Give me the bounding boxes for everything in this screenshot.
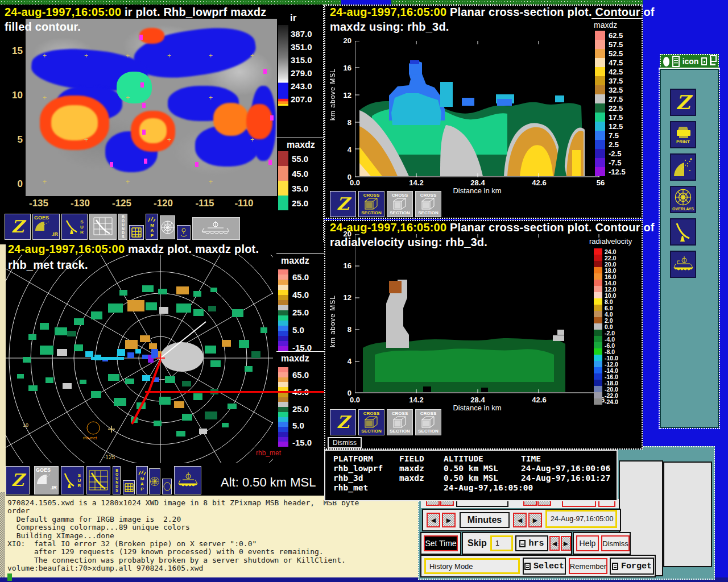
print-button[interactable]: PRINT (670, 121, 696, 148)
ship-button[interactable] (192, 217, 240, 240)
terminal-line: after 129 requests (129 known processed)… (7, 548, 417, 556)
grid-radar-icon (92, 215, 114, 238)
desktop: volume:beaufait:70>xview 970824.1605.xwd… (0, 0, 728, 582)
x-tick: 42.6 (519, 396, 559, 404)
surface-radar-button[interactable]: SUR (61, 466, 84, 494)
select-menu-button[interactable]: Select (523, 558, 566, 575)
overlays-web-icon (150, 476, 160, 487)
y-tick: 8 (348, 118, 351, 127)
surface-radar-button[interactable]: SUR (61, 214, 88, 240)
colorbar-block (278, 442, 288, 447)
overlays-button[interactable]: OVERLAYS (670, 186, 696, 213)
cross-section-button[interactable]: CROSS SECTION (415, 191, 441, 217)
icon-panel-titlebar[interactable]: icon (660, 54, 719, 69)
map-button[interactable]: MAP (136, 466, 148, 494)
zebra-button[interactable]: Z (330, 191, 356, 217)
cross-section-button[interactable]: CROSS SECTION (387, 191, 413, 217)
minutes-back-button[interactable] (427, 513, 440, 527)
zebra-icon: Z (11, 472, 24, 489)
radar-toolbar: Z GOES .IR SUR BOUNDS MAP (6, 466, 322, 496)
zebra-button[interactable]: Z (670, 89, 696, 116)
cross-section-maxdz-window: 24-aug-1997,16:05:00 Planar cross-sectio… (324, 5, 643, 219)
zebra-button[interactable]: Z (330, 409, 356, 435)
grid-button[interactable] (123, 480, 135, 494)
window-menu-button[interactable] (663, 57, 669, 66)
dismiss-button[interactable]: Dismiss (601, 535, 630, 551)
cross-section-plot[interactable] (355, 41, 599, 177)
ir-plot-window: 24-aug-1997,16:05:00 ir plot. Rhb_lowprf… (0, 5, 324, 244)
colorbar-entry: -22.0 (594, 392, 618, 398)
history-row: History Mode Select Remember Forget (420, 555, 656, 577)
goes-ir-button[interactable]: GOES .IR (34, 466, 59, 494)
overlays-button[interactable] (160, 215, 175, 239)
satellite-icon (673, 157, 693, 177)
colorbar-block (278, 432, 288, 437)
colorbar-block (278, 367, 288, 372)
radar-colorbar-2-ticks: 65.045.025.05.0-15.0 (292, 371, 312, 447)
icon-panel-body: Z PRINT OVERLAYS (660, 69, 719, 428)
map-marks-icon (148, 216, 156, 223)
colorbar-tick: 351.0 (291, 43, 312, 52)
bounds-button[interactable]: BOUNDS (118, 214, 127, 240)
zebra-button[interactable]: Z (5, 214, 31, 240)
history-mode-field[interactable]: History Mode (424, 558, 520, 574)
set-time-button[interactable]: Set Time (424, 535, 458, 551)
window-minimize-button[interactable] (701, 57, 706, 65)
minutes-forward-button[interactable] (442, 513, 456, 527)
map-button[interactable]: MAP (146, 214, 158, 240)
terminal-scrollbar[interactable] (0, 492, 5, 577)
cross-section-button[interactable]: CROSS SECTION (387, 409, 413, 435)
ship-button[interactable] (670, 251, 696, 278)
radar-ppi-display[interactable]: rhb-met 10 -125 (6, 255, 273, 463)
radar-grid-button[interactable] (89, 214, 117, 240)
forget-menu-button[interactable]: Forget (610, 558, 654, 575)
window-iconify-button[interactable] (710, 57, 715, 65)
zebra-button[interactable]: Z (6, 466, 30, 494)
overlays-button[interactable] (149, 468, 160, 494)
window-title: 24-aug-1997,16:05:00 maxdz plot. maxdz p… (8, 243, 259, 256)
radar-grid-button[interactable] (86, 466, 110, 494)
circle-icon (163, 482, 171, 491)
ir-colorbar-label: ir (290, 13, 296, 24)
cube-icon (364, 416, 379, 429)
skip-unit-menu[interactable]: hrs (515, 535, 548, 551)
time-back-button[interactable] (513, 513, 527, 527)
ship-button[interactable] (174, 466, 201, 494)
cross-section-button[interactable]: CROSS SECTION (415, 409, 441, 435)
top-strip (0, 0, 643, 5)
remember-button[interactable]: Remember (569, 558, 607, 574)
cross-section-plot[interactable] (355, 234, 599, 393)
skip-forward-button[interactable] (561, 536, 571, 551)
colorbar-entry: -14.0 (594, 367, 618, 373)
grid-button[interactable] (129, 225, 144, 240)
bounds-button[interactable]: BOUNDS (113, 466, 121, 494)
menu-icon (519, 540, 526, 547)
radialvelocity-colorbar: 24.0 22.0 20.0 18.0 16.0 14.0 12.0 10.0 … (594, 248, 618, 405)
x-tick: 14.2 (396, 178, 436, 187)
colorbar-entry: 16.0 (594, 273, 618, 280)
help-button[interactable]: Help (576, 535, 599, 551)
dismiss-button[interactable]: Dismiss (328, 437, 362, 448)
menu-icon (524, 563, 531, 570)
minutes-unit-button[interactable]: Minutes (460, 512, 510, 528)
satellite-image[interactable] (26, 19, 277, 196)
colorbar-entry: 8.0 (594, 298, 618, 305)
terminal-output: 970824.1505.xwd is a 728x582 XWD image… (7, 499, 417, 573)
skip-field[interactable]: 1 (490, 535, 513, 551)
cross-section-button-active[interactable]: CROSS SECTION (358, 409, 384, 435)
goes-ir-button[interactable]: GOES .IR (32, 214, 60, 240)
ir-y-axis: 151050 (3, 47, 23, 189)
window-doc-button[interactable] (672, 56, 680, 67)
skip-back-button[interactable] (549, 536, 560, 551)
radar-dish-button[interactable] (670, 218, 696, 246)
time-forward-button[interactable] (528, 513, 542, 527)
colorbar-label: radialvelocity (589, 237, 632, 246)
cross-section-button-active[interactable]: CROSS SECTION (358, 191, 384, 217)
buoy-button[interactable] (177, 225, 191, 240)
xs-toolbar: Z CROSS SECTION CROSS SECTION CROSS SECT… (325, 409, 642, 438)
time-field[interactable]: 24-Aug-97,16:05:00 (545, 510, 617, 528)
colorbar-block (278, 392, 288, 397)
x-tick: -135 (19, 198, 59, 209)
satellite-button[interactable] (670, 153, 696, 181)
circle-button[interactable] (162, 479, 172, 494)
